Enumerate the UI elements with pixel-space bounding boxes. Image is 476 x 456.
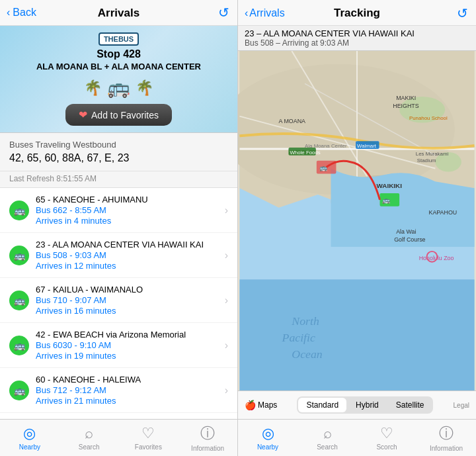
right-back-button[interactable]: ‹ Arrivals: [245, 7, 285, 19]
back-label[interactable]: Back: [13, 7, 36, 19]
maps-label: Maps: [258, 400, 277, 410]
arrival-eta: Arrives in 21 minutes: [36, 396, 225, 406]
right-page-title: Tracking: [334, 7, 380, 20]
svg-text:Stadium: Stadium: [417, 158, 436, 163]
arrival-route-name: 65 - KANEOHE - AHUIMANU: [36, 195, 225, 205]
add-favorites-label: Add to Favorites: [91, 110, 159, 120]
arrival-info: 65 - KANEOHE - AHUIMANU Bus 662 - 8:55 A…: [36, 195, 225, 226]
add-to-favorites-button[interactable]: ❤ Add to Favorites: [65, 104, 172, 126]
svg-text:Ocean: Ocean: [292, 347, 322, 361]
bus-icon-row: 🌴 🚌 🌴: [9, 77, 228, 99]
svg-text:Punahou School: Punahou School: [409, 115, 448, 121]
svg-text:Pacific: Pacific: [282, 331, 315, 344]
bus-circle-icon: 🚌: [9, 381, 29, 400]
arrival-eta: Arrives in 16 minutes: [36, 306, 225, 316]
last-refresh: Last Refresh 8:51:55 AM: [0, 171, 237, 188]
map-type-switcher: Standard Hybrid Satellite: [297, 396, 433, 414]
tab-information[interactable]: ⓘ Information: [178, 420, 237, 456]
arrival-item[interactable]: 🚌 23 - ALA MOANA CENTER VIA HAWAII KAI B…: [0, 233, 237, 278]
svg-text:Ala Wai: Ala Wai: [396, 228, 416, 235]
tab-search-label: Search: [79, 443, 100, 451]
apple-maps-logo: 🍎 Maps: [245, 400, 277, 410]
arrival-route-name: 60 - KANEOHE - HALEIWA: [36, 375, 225, 385]
svg-text:Golf Course: Golf Course: [394, 236, 425, 243]
bus-circle-icon: 🚌: [9, 336, 29, 355]
stop-banner: TheBus Stop 428 ALA MOANA BL + ALA MOANA…: [0, 26, 237, 133]
arrival-item[interactable]: 🚌 E - CountryExpress! EWA BEACH Bus 6010…: [0, 413, 237, 419]
nearby-icon: ◎: [23, 425, 36, 442]
arrival-info: 42 - EWA BEACH via Arizona Memorial Bus …: [36, 330, 225, 361]
right-tab-bar: ◎ Nearby ⌕ Search ♡ Scorch ⓘ Information: [238, 419, 476, 456]
chevron-right-icon: ›: [225, 250, 228, 261]
travel-info: Buses Traveling Westbound 42, 65, 60, 88…: [0, 133, 237, 171]
arrivals-list: 🚌 65 - KANEOHE - AHUIMANU Bus 662 - 8:55…: [0, 188, 237, 419]
right-tab-information-label: Information: [430, 445, 463, 452]
arrival-eta: Arrives in 4 minutes: [36, 216, 225, 226]
stop-number: Stop 428: [9, 48, 228, 60]
right-header: ‹ Arrivals Tracking ↺: [238, 0, 476, 26]
arrival-bus-time: Bus 508 - 9:03 AM: [36, 250, 225, 260]
stop-name: ALA MOANA BL + ALA MOANA CENTER: [9, 62, 228, 71]
left-header: ‹ Back Arrivals ↺: [0, 0, 237, 26]
right-back-label[interactable]: Arrivals: [249, 7, 284, 19]
right-tab-search[interactable]: ⌕ Search: [298, 420, 357, 456]
left-panel: ‹ Back Arrivals ↺ TheBus Stop 428 ALA MO…: [0, 0, 238, 456]
tab-nearby[interactable]: ◎ Nearby: [0, 420, 60, 456]
bus-circle-icon: 🚌: [9, 246, 29, 265]
tab-information-label: Information: [191, 445, 224, 452]
arrival-info: 60 - KANEOHE - HALEIWA Bus 712 - 9:12 AM…: [36, 375, 225, 406]
right-tab-scorch[interactable]: ♡ Scorch: [357, 420, 416, 456]
map-area[interactable]: North Pacific Ocean 🚌 🚌 MAKIKI HEIGHTS A…: [238, 51, 476, 390]
arrival-item[interactable]: 🚌 60 - KANEOHE - HALEIWA Bus 712 - 9:12 …: [0, 368, 237, 413]
route-numbers: 42, 65, 60, 88A, 67, E, 23: [9, 152, 228, 164]
bus-icon: 🚌: [107, 77, 130, 99]
right-search-icon: ⌕: [323, 425, 332, 442]
back-button[interactable]: ‹ Back: [7, 7, 36, 19]
travel-direction: Buses Traveling Westbound: [9, 140, 228, 150]
arrival-item[interactable]: 🚌 65 - KANEOHE - AHUIMANU Bus 662 - 8:55…: [0, 188, 237, 233]
chevron-right-icon: ›: [225, 340, 228, 351]
palm-icon: 🌴: [84, 79, 102, 97]
chevron-right-icon: ›: [225, 205, 228, 216]
arrival-eta: Arrives in 12 minutes: [36, 261, 225, 271]
right-panel: ‹ Arrivals Tracking ↺ 23 – ALA MOANA CEN…: [238, 0, 476, 456]
right-refresh-icon[interactable]: ↺: [457, 5, 468, 21]
right-tab-search-label: Search: [317, 443, 338, 451]
tab-search[interactable]: ⌕ Search: [60, 420, 119, 456]
palm-icon-2: 🌴: [136, 79, 153, 97]
chevron-right-icon: ›: [225, 385, 228, 396]
svg-text:North: North: [291, 314, 319, 328]
map-type-hybrid[interactable]: Hybrid: [348, 398, 387, 412]
refresh-icon[interactable]: ↺: [218, 5, 229, 21]
map-svg: North Pacific Ocean 🚌 🚌 MAKIKI HEIGHTS A…: [238, 51, 476, 390]
heart-icon: ❤: [79, 109, 87, 121]
svg-rect-10: [239, 279, 474, 390]
arrival-item[interactable]: 🚌 67 - KAILUA - WAIMANALO Bus 710 - 9:07…: [0, 278, 237, 323]
right-tab-nearby[interactable]: ◎ Nearby: [238, 420, 298, 456]
arrival-route-name: 42 - EWA BEACH via Arizona Memorial: [36, 330, 225, 340]
tracking-bus: Bus 508 – Arriving at 9:03 AM: [245, 38, 469, 48]
right-tab-information[interactable]: ⓘ Information: [416, 420, 476, 456]
arrival-bus-time: Bus 710 - 9:07 AM: [36, 295, 225, 305]
svg-text:🚌: 🚌: [319, 163, 328, 172]
info-icon: ⓘ: [200, 424, 215, 443]
legal-text: Legal: [454, 402, 469, 409]
chevron-right-icon: ›: [225, 295, 228, 306]
map-type-standard[interactable]: Standard: [298, 398, 346, 412]
map-type-satellite[interactable]: Satellite: [388, 398, 432, 412]
right-info-icon: ⓘ: [439, 424, 454, 443]
tracking-route: 23 – ALA MOANA CENTER VIA HAWAII KAI: [245, 28, 469, 38]
tab-favorites-label: Favorites: [135, 443, 162, 451]
svg-text:KAPAHOU: KAPAHOU: [429, 209, 457, 216]
right-nearby-icon: ◎: [262, 425, 274, 442]
svg-text:HEIGHTS: HEIGHTS: [393, 103, 418, 109]
arrival-eta: Arrives in 19 minutes: [36, 351, 225, 361]
arrival-bus-time: Bus 6030 - 9:10 AM: [36, 340, 225, 350]
tab-favorites[interactable]: ♡ Favorites: [119, 420, 178, 456]
svg-text:A MOANA: A MOANA: [279, 118, 305, 124]
right-chevron-left-icon: ‹: [245, 7, 248, 19]
arrival-info: 23 - ALA MOANA CENTER VIA HAWAII KAI Bus…: [36, 240, 225, 271]
bus-circle-icon: 🚌: [9, 291, 29, 310]
map-controls: 🍎 Maps Standard Hybrid Satellite Legal: [238, 390, 476, 419]
arrival-item[interactable]: 🚌 42 - EWA BEACH via Arizona Memorial Bu…: [0, 323, 237, 368]
